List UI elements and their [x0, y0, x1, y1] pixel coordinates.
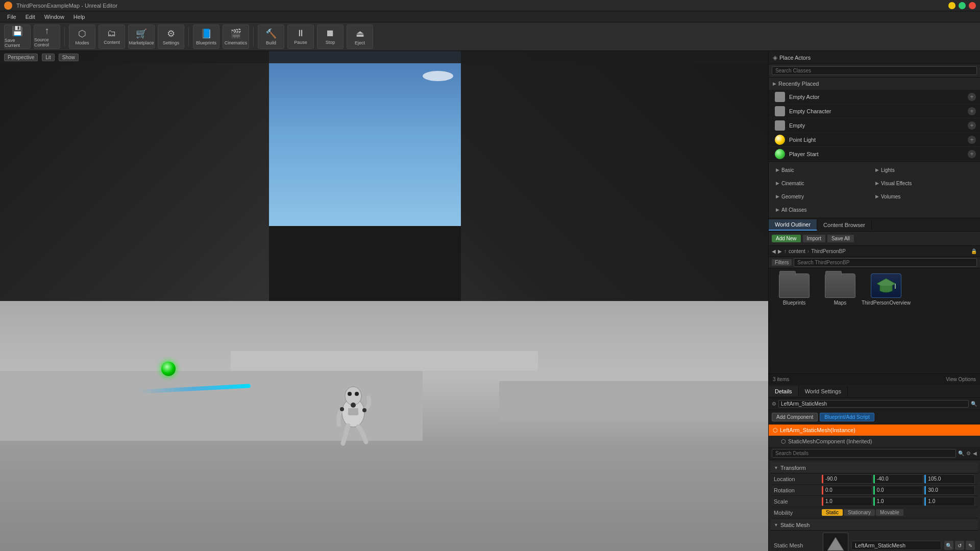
transform-header[interactable]: ▼ Transform — [771, 462, 978, 473]
menu-bar: File Edit Window Help — [0, 11, 980, 22]
place-actor-empty-character[interactable]: Empty Character + — [769, 104, 980, 118]
point-light-add-btn[interactable]: + — [968, 136, 976, 144]
window-controls — [948, 2, 976, 9]
tab-content-browser[interactable]: Content Browser — [817, 220, 872, 230]
path-content[interactable]: content — [789, 248, 805, 254]
mesh-preview — [823, 533, 848, 551]
search-content-input[interactable] — [794, 258, 977, 267]
item-third-person-overview[interactable]: ThirdPersonOverview — [866, 273, 906, 306]
content-toolbar: Add New Import Save All — [769, 232, 980, 246]
stop-button[interactable]: ⏹ Stop — [317, 24, 344, 49]
empty-actor-add-btn[interactable]: + — [968, 93, 976, 101]
mobility-static-button[interactable]: Static — [822, 509, 843, 516]
lit-button[interactable]: Lit — [42, 54, 55, 61]
location-z[interactable]: 105.0 — [924, 474, 975, 484]
menu-window[interactable]: Window — [40, 13, 68, 21]
mesh-reset-icon[interactable]: ↺ — [955, 541, 964, 550]
content-button[interactable]: 🗂 Content — [99, 24, 125, 49]
close-button[interactable] — [969, 2, 976, 9]
eject-button[interactable]: ⏏ Eject — [347, 24, 373, 49]
tab-world-settings[interactable]: World Settings — [799, 386, 848, 396]
save-all-button[interactable]: Save All — [827, 235, 854, 242]
add-new-button[interactable]: Add New — [772, 235, 801, 242]
maximize-button[interactable] — [959, 2, 966, 9]
modes-button[interactable]: ⬡ Modes — [69, 24, 95, 49]
place-actor-player-start[interactable]: Player Start + — [769, 147, 980, 161]
empty-character-add-btn[interactable]: + — [968, 107, 976, 115]
blueprints-button[interactable]: 📘 Blueprints — [193, 24, 219, 49]
folder-blueprints-label: Blueprints — [783, 300, 805, 306]
mesh-browse-icon[interactable]: 🔍 — [944, 541, 953, 550]
add-component-button[interactable]: Add Component — [772, 413, 818, 421]
cinematics-button[interactable]: 🎬 Cinematics — [223, 24, 249, 49]
details-content: ▼ Transform Location -90.0 -40.0 105.0 — [769, 460, 980, 551]
place-actor-empty[interactable]: Empty + — [769, 118, 980, 133]
empty-add-btn[interactable]: + — [968, 121, 976, 130]
path-forward-icon[interactable]: ▶ — [778, 248, 782, 254]
marketplace-button[interactable]: 🛒 Marketplace — [128, 24, 155, 49]
import-button[interactable]: Import — [803, 235, 825, 242]
player-start-add-btn[interactable]: + — [968, 150, 976, 158]
rotation-z[interactable]: 30.0 — [924, 486, 975, 495]
mobility-stationary-button[interactable]: Stationary — [844, 509, 875, 516]
cat-lights[interactable]: ▶Lights — [871, 164, 970, 176]
perspective-button[interactable]: Perspective — [4, 54, 38, 61]
place-actors-header: ◈ Place Actors — [769, 51, 980, 64]
static-mesh-header[interactable]: ▼ Static Mesh — [771, 519, 978, 531]
cat-volumes[interactable]: ▶Volumes — [871, 190, 970, 203]
details-search-input[interactable] — [772, 449, 956, 458]
path-lock-icon[interactable]: 🔒 — [971, 248, 977, 254]
build-button[interactable]: 🔨 Build — [258, 24, 284, 49]
folder-blueprints[interactable]: Blueprints — [774, 273, 815, 306]
build-icon: 🔨 — [265, 28, 277, 39]
static-mesh-row: Static Mesh LeftArm_StaticMesh 🔍 ↺ ✎ — [771, 531, 978, 551]
platform-step — [231, 351, 538, 371]
path-thirdbp[interactable]: ThirdPersonBP — [811, 248, 846, 254]
details-settings-icon[interactable]: ⚙ — [966, 450, 971, 456]
filters-label[interactable]: Filters — [772, 259, 792, 266]
settings-icon: ⚙ — [167, 28, 175, 39]
character-robot — [323, 369, 384, 451]
source-control-button[interactable]: ↑ Source Control — [34, 24, 60, 49]
menu-file[interactable]: File — [3, 13, 20, 21]
place-actor-empty-actor[interactable]: Empty Actor + — [769, 90, 980, 104]
place-actors-search-input[interactable] — [772, 66, 977, 75]
details-collapse-icon[interactable]: ◀ — [973, 450, 977, 456]
scale-y[interactable]: 1.0 — [873, 497, 924, 506]
save-current-button[interactable]: 💾 Save Current — [4, 24, 31, 49]
third-person-overview-label: ThirdPersonOverview — [862, 300, 911, 306]
show-button[interactable]: Show — [59, 54, 79, 61]
settings-button[interactable]: ⚙ Settings — [158, 24, 184, 49]
location-y[interactable]: -40.0 — [873, 474, 924, 484]
cat-basic[interactable]: ▶Basic — [772, 164, 870, 176]
path-back-icon[interactable]: ◀ — [772, 248, 776, 254]
component-name-input[interactable] — [778, 400, 969, 408]
component-static-mesh-inherited[interactable]: ⬡ StaticMeshComponent (Inherited) — [769, 436, 980, 447]
cat-cinematic[interactable]: ▶Cinematic — [772, 177, 870, 189]
component-left-arm[interactable]: ⬡ LeftArm_StaticMesh(Instance) — [769, 424, 980, 436]
mesh-edit-icon[interactable]: ✎ — [966, 541, 975, 550]
view-options[interactable]: View Options — [946, 377, 976, 382]
menu-edit[interactable]: Edit — [21, 13, 39, 21]
blueprint-add-script-button[interactable]: Blueprint/Add Script — [820, 413, 874, 421]
menu-help[interactable]: Help — [69, 13, 89, 21]
content-area[interactable]: Blueprints Maps ThirdPersonOverview — [769, 268, 980, 373]
place-actor-point-light[interactable]: Point Light + — [769, 133, 980, 147]
rotation-y[interactable]: 0.0 — [873, 486, 924, 495]
location-x[interactable]: -90.0 — [822, 474, 872, 484]
cat-visual-effects[interactable]: ▶Visual Effects — [871, 177, 970, 189]
minimize-button[interactable] — [948, 2, 955, 9]
path-up-icon[interactable]: ↑ — [784, 248, 787, 254]
cat-all-classes[interactable]: ▶All Classes — [772, 204, 870, 216]
scale-x[interactable]: 1.0 — [822, 497, 872, 506]
viewport[interactable]: Perspective Lit Show — [0, 51, 768, 551]
folder-maps[interactable]: Maps — [820, 273, 861, 306]
scale-z[interactable]: 1.0 — [924, 497, 975, 506]
cat-geometry[interactable]: ▶Geometry — [772, 190, 870, 203]
mobility-movable-button[interactable]: Movable — [876, 509, 903, 516]
tab-details[interactable]: Details — [769, 386, 799, 396]
tab-world-outliner[interactable]: World Outliner — [769, 219, 817, 231]
pause-button[interactable]: ⏸ Pause — [287, 24, 314, 49]
rotation-x[interactable]: 0.0 — [822, 486, 872, 495]
recently-placed-category[interactable]: ▶ Recently Placed — [769, 78, 980, 90]
